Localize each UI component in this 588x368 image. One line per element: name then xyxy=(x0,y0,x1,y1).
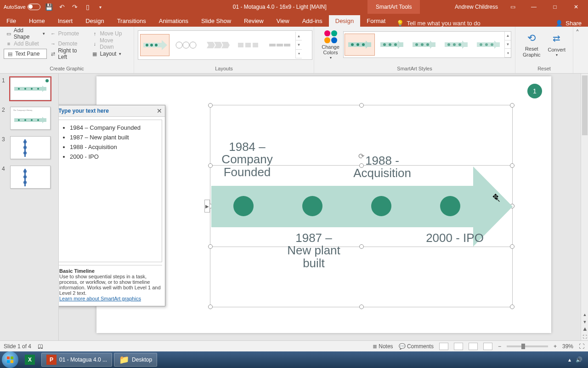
layout-option-3[interactable] xyxy=(203,34,232,56)
timeline-dot-3[interactable] xyxy=(371,196,391,216)
textpane-item[interactable]: 2000 - IPO xyxy=(70,152,159,161)
smartart-timeline[interactable] xyxy=(211,186,513,227)
qat-customize-icon[interactable]: ▾ xyxy=(96,3,105,11)
textpane-expand-tab[interactable]: ▶ xyxy=(204,200,210,213)
vertical-scrollbar[interactable]: ▲ ▼ ⯅ ⛶ xyxy=(581,74,588,340)
right-to-left-button[interactable]: ⇄Right to Left xyxy=(48,49,89,59)
normal-view-button[interactable] xyxy=(439,343,448,350)
style-option-1[interactable] xyxy=(345,34,375,56)
autosave-toggle[interactable]: AutoSave xyxy=(4,4,40,10)
timeline-dot-4[interactable] xyxy=(440,196,460,216)
timeline-dot-1[interactable] xyxy=(233,196,254,216)
smartart-styles-gallery[interactable]: ▲▼▾ xyxy=(343,31,511,58)
system-tray[interactable]: ▴ 🔊 xyxy=(568,356,586,363)
redo-icon[interactable]: ↷ xyxy=(71,3,79,11)
slideshow-view-button[interactable] xyxy=(483,343,492,350)
convert-button[interactable]: ⇄ Convert▾ xyxy=(544,29,570,60)
svg-point-4 xyxy=(155,44,158,46)
taskbar-powerpoint[interactable]: P01 - Motagua 4.0 ... xyxy=(41,353,112,367)
fit-to-window-icon[interactable]: ⛶ xyxy=(581,333,588,340)
zoom-in-button[interactable]: + xyxy=(554,343,557,350)
present-from-beginning-icon[interactable]: ▯ xyxy=(84,3,92,11)
taskbar-excel[interactable]: X xyxy=(20,353,40,367)
add-bullet-button[interactable]: ≡Add Bullet xyxy=(4,39,47,49)
timeline-label-1[interactable]: 1984 – Company Founded xyxy=(220,141,275,178)
textpane-body[interactable]: 1984 – Company Founded 1987 – New plant … xyxy=(59,120,162,262)
minimize-button[interactable]: — xyxy=(525,0,543,14)
tray-show-hidden-icon[interactable]: ▴ xyxy=(568,356,571,363)
zoom-slider[interactable] xyxy=(507,345,548,347)
slide-canvas[interactable]: 1 ⟳ xyxy=(59,74,588,340)
learn-more-link[interactable]: Learn more about SmartArt graphics xyxy=(59,296,141,301)
text-pane-button[interactable]: ▤Text Pane xyxy=(4,49,47,59)
style-option-3[interactable] xyxy=(409,34,439,56)
taskbar-desktop[interactable]: 📁Desktop xyxy=(114,353,157,367)
tab-format[interactable]: Format xyxy=(360,15,392,27)
timeline-dot-2[interactable] xyxy=(302,196,322,216)
add-shape-button[interactable]: ▭Add Shape▾ xyxy=(4,29,47,39)
layouts-gallery[interactable]: ▲▼▾ xyxy=(138,30,312,60)
collapse-ribbon-button[interactable]: ˄ xyxy=(573,27,582,73)
start-button[interactable] xyxy=(2,351,18,368)
layout-option-4[interactable] xyxy=(234,34,263,56)
timeline-label-2[interactable]: 1987 – New plant built xyxy=(286,232,341,270)
share-button[interactable]: 👤 Share xyxy=(549,20,588,27)
maximize-button[interactable]: □ xyxy=(546,0,564,14)
prev-slide-icon[interactable]: ⯅ xyxy=(581,326,588,333)
zoom-out-button[interactable]: − xyxy=(498,343,501,350)
slide-thumbnail-2[interactable]: 2 Our Company's History xyxy=(2,107,57,130)
fit-slide-button[interactable]: ⛶ xyxy=(579,343,584,350)
textpane-close-button[interactable]: ✕ xyxy=(157,107,162,115)
slide-thumbnail-1[interactable]: 1 xyxy=(2,77,57,100)
tab-slideshow[interactable]: Slide Show xyxy=(195,15,237,27)
reading-view-button[interactable] xyxy=(469,343,478,350)
scroll-down-icon[interactable]: ▼ xyxy=(581,318,588,326)
user-name[interactable]: Andrew Childress xyxy=(455,4,498,10)
tab-design[interactable]: Design xyxy=(79,15,110,27)
tab-addins[interactable]: Add-ins xyxy=(296,15,329,27)
notes-button[interactable]: ≣ Notes xyxy=(373,343,393,350)
ribbon-display-options-icon[interactable]: ▭ xyxy=(503,0,522,14)
close-button[interactable]: ✕ xyxy=(567,0,585,14)
layouts-gallery-scroll[interactable]: ▲▼▾ xyxy=(295,32,302,58)
tell-me-search[interactable]: 💡 Tell me what you want to do xyxy=(392,20,485,27)
scrollbar-thumb[interactable] xyxy=(582,75,588,135)
comments-button[interactable]: 💬 Comments xyxy=(399,343,434,350)
slide-sorter-view-button[interactable] xyxy=(454,343,463,350)
layout-option-5[interactable] xyxy=(265,34,294,56)
tray-volume-icon[interactable]: 🔊 xyxy=(576,356,582,363)
change-colors-button[interactable]: Change Colors▾ xyxy=(318,29,343,60)
smartart-text-pane[interactable]: Type your text here ✕ 1984 – Company Fou… xyxy=(59,105,165,306)
style-option-4[interactable] xyxy=(441,34,471,56)
tab-transitions[interactable]: Transitions xyxy=(111,15,153,27)
textpane-item[interactable]: 1987 – New plant built xyxy=(70,132,159,142)
tab-home[interactable]: Home xyxy=(23,15,51,27)
layout-option-2[interactable] xyxy=(171,34,201,56)
move-down-button[interactable]: ↓Move Down xyxy=(90,39,130,49)
style-option-5[interactable] xyxy=(473,34,503,56)
textpane-item[interactable]: 1988 - Acquisition xyxy=(70,142,159,152)
tab-review[interactable]: Review xyxy=(237,15,270,27)
timeline-label-3[interactable]: 1988 - Acquisition xyxy=(350,155,414,180)
textpane-item[interactable]: 1984 – Company Founded xyxy=(70,123,159,132)
slide-counter[interactable]: Slide 1 of 4 xyxy=(4,343,31,350)
layout-button[interactable]: ▦Layout▾ xyxy=(90,49,130,59)
reset-graphic-button[interactable]: ⟲ Reset Graphic xyxy=(519,29,544,60)
tab-animations[interactable]: Animations xyxy=(153,15,195,27)
promote-button[interactable]: ←Promote xyxy=(48,29,89,39)
tab-smartart-design[interactable]: Design xyxy=(329,15,360,27)
styles-gallery-scroll[interactable]: ▲▼▾ xyxy=(504,32,511,58)
tab-insert[interactable]: Insert xyxy=(51,15,79,27)
timeline-label-4[interactable]: 2000 - IPO xyxy=(423,232,487,244)
scroll-up-icon[interactable]: ▲ xyxy=(581,311,588,318)
layout-option-1[interactable] xyxy=(140,34,170,56)
style-option-2[interactable] xyxy=(377,34,407,56)
tab-file[interactable]: File xyxy=(0,15,23,27)
undo-icon[interactable]: ↶ xyxy=(58,3,66,11)
slide-thumbnail-3[interactable]: 3 xyxy=(2,136,57,159)
tab-view[interactable]: View xyxy=(270,15,296,27)
zoom-level[interactable]: 39% xyxy=(562,343,573,350)
slide-thumbnail-4[interactable]: 4 xyxy=(2,166,57,189)
save-icon[interactable]: 💾 xyxy=(45,3,53,11)
accessibility-icon[interactable]: 🕮 xyxy=(38,343,43,350)
